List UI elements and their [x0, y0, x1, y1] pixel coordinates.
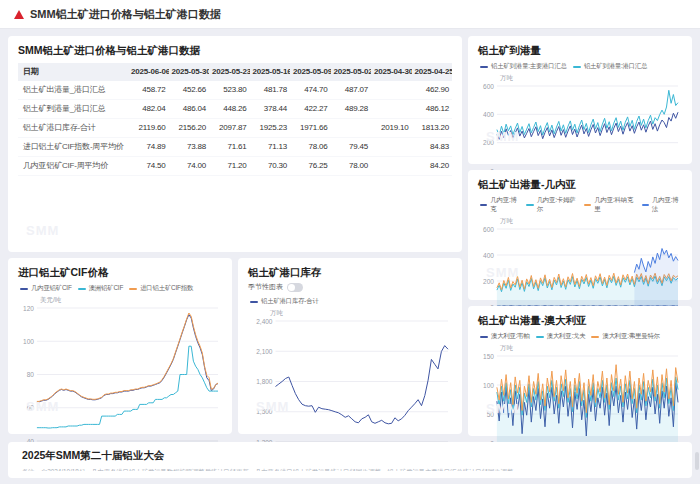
chart-title: 进口铝土矿CIF价格	[18, 266, 222, 279]
legend-item[interactable]: 铝土矿到港量:港口汇总	[573, 62, 647, 71]
legend-item[interactable]: 澳大利亚:弗里曼特尔	[591, 332, 659, 341]
legend-label: 几内亚:博法	[652, 196, 682, 214]
cell-value: 2097.87	[209, 119, 250, 138]
svg-text:100: 100	[483, 382, 494, 389]
legend-swatch	[642, 204, 649, 206]
smm-watermark: SMM	[26, 223, 59, 238]
svg-text:600: 600	[483, 226, 494, 233]
australia-departures-chart-card: 铝土矿出港量-澳大利亚 澳大利亚:韦帕澳大利亚:戈夫澳大利亚:弗里曼特尔 万吨 …	[468, 306, 692, 436]
svg-text:600: 600	[483, 83, 494, 90]
legend-swatch	[480, 336, 488, 338]
cell-value: 78.06	[290, 138, 331, 157]
cell-value: 474.70	[290, 81, 331, 100]
cell-value: 1971.66	[290, 119, 331, 138]
legend-item[interactable]: 铝土矿到港量:主要港口汇总	[480, 62, 567, 71]
arrivals-line-chart: 02004006002022-06-172022-12-302023-07-14…	[478, 83, 682, 160]
svg-text:50: 50	[487, 411, 495, 418]
legend-label: 铝土矿到港量:港口汇总	[584, 62, 647, 71]
table-column-header: 2025-05-16	[250, 63, 291, 81]
table-row: 几内亚铝矿CIF-周平均价74.5074.0071.2070.3076.2578…	[18, 157, 452, 176]
cell-value	[371, 157, 412, 176]
inventory-line-chart: 1,2001,5001,8002,1002,4002024-08-162024-…	[248, 318, 452, 430]
legend-swatch	[250, 301, 258, 303]
legend-item[interactable]: 铝土矿港口库存-合计	[250, 297, 319, 306]
cell-value: 422.27	[290, 100, 331, 119]
cell-value	[331, 119, 372, 138]
svg-text:400: 400	[483, 252, 494, 259]
table-row: 铝土矿出港量_港口汇总458.72452.66523.80481.78474.7…	[18, 81, 452, 100]
chart-title: 铝土矿港口库存	[248, 266, 452, 279]
cell-value: 486.12	[412, 100, 453, 119]
table-row: 铝土矿港口库存-合计2119.602156.202097.871925.2319…	[18, 119, 452, 138]
svg-text:120: 120	[23, 305, 34, 312]
axis-unit-label: 万吨	[500, 344, 682, 353]
legend-item[interactable]: 几内亚铝矿CIF	[20, 284, 72, 293]
table-row: 铝土矿到港量_港口汇总482.04486.04448.26378.44422.2…	[18, 100, 452, 119]
svg-text:200: 200	[483, 278, 494, 285]
legend-item[interactable]: 进口铝土矿CIF指数	[129, 284, 193, 293]
cell-value	[371, 138, 412, 157]
cell-value: 74.89	[128, 138, 169, 157]
legend-swatch	[20, 288, 28, 290]
legend-label: 澳大利亚:弗里曼特尔	[602, 332, 659, 341]
row-label: 进口铝土矿CIF指数-周平均价	[18, 138, 128, 157]
legend-item[interactable]: 几内亚:卡姆萨尔	[526, 196, 578, 214]
svg-text:1,500: 1,500	[256, 408, 273, 415]
legend-label: 几内亚:卡姆萨尔	[537, 196, 578, 214]
legend-item[interactable]: 澳洲铝矿CIF	[78, 284, 123, 293]
cell-value: 452.66	[169, 81, 210, 100]
legend-item[interactable]: 澳大利亚:戈夫	[536, 332, 586, 341]
svg-text:1,800: 1,800	[256, 378, 273, 385]
chart-title: 铝土矿出港量-几内亚	[478, 178, 682, 191]
chart-legend: 铝土矿港口库存-合计	[250, 297, 452, 306]
cell-value: 487.07	[331, 81, 372, 100]
legend-label: 几内亚铝矿CIF	[31, 284, 72, 293]
legend-swatch	[129, 288, 137, 290]
legend-item[interactable]: 几内亚:博法	[642, 196, 682, 214]
table-row: 进口铝土矿CIF指数-周平均价74.8973.8871.6171.1378.06…	[18, 138, 452, 157]
legend-swatch	[78, 288, 86, 290]
legend-label: 铝土矿港口库存-合计	[261, 297, 319, 306]
axis-unit-label: 万吨	[500, 217, 682, 226]
australia-departures-line-chart: 0501001502022-06-172022-12-302023-07-142…	[478, 353, 682, 432]
axis-unit-label: 万吨	[500, 74, 682, 83]
cell-value: 71.61	[209, 138, 250, 157]
cell-value: 74.00	[169, 157, 210, 176]
seasonal-chart-toggle[interactable]	[287, 283, 303, 292]
cell-value: 378.44	[250, 100, 291, 119]
axis-unit-label: 万吨	[270, 309, 452, 318]
svg-text:100: 100	[23, 338, 34, 345]
seasonal-toggle-label: 季节性图表	[248, 282, 283, 292]
cell-value: 2019.10	[371, 119, 412, 138]
table-column-header: 2025-04-30	[371, 63, 412, 81]
price-port-data-table: 日期2025-06-062025-05-302025-05-232025-05-…	[18, 63, 452, 176]
chart-legend: 澳大利亚:韦帕澳大利亚:戈夫澳大利亚:弗里曼特尔	[480, 332, 682, 341]
smm-logo-icon	[14, 10, 24, 19]
cell-value: 73.88	[169, 138, 210, 157]
arrivals-chart-card: 铝土矿到港量 铝土矿到港量:主要港口汇总铝土矿到港量:港口汇总 万吨 02004…	[468, 36, 692, 164]
page-title: SMM铝土矿进口价格与铝土矿港口数据	[30, 7, 221, 22]
cell-value: 448.26	[209, 100, 250, 119]
cif-price-line-chart: 4060801001202022-06-132022-12-202023-07-…	[18, 305, 222, 430]
legend-item[interactable]: 几内亚:科纳克里	[584, 196, 636, 214]
cell-value: 523.80	[209, 81, 250, 100]
cell-value: 458.72	[128, 81, 169, 100]
price-port-data-table-card: SMM铝土矿进口价格与铝土矿港口数据 日期2025-06-062025-05-3…	[8, 36, 462, 252]
svg-text:2,400: 2,400	[256, 318, 273, 325]
legend-label: 澳洲铝矿CIF	[89, 284, 123, 293]
cell-value	[371, 100, 412, 119]
legend-swatch	[573, 66, 581, 68]
cell-value: 2156.20	[169, 119, 210, 138]
cell-value: 486.04	[169, 100, 210, 119]
svg-text:60: 60	[27, 404, 35, 411]
scrollbar-thumb[interactable]	[695, 452, 699, 470]
cell-value: 71.13	[250, 138, 291, 157]
cell-value: 2119.60	[128, 119, 169, 138]
row-label: 几内亚铝矿CIF-周平均价	[18, 157, 128, 176]
table-column-header: 日期	[18, 63, 128, 81]
legend-label: 澳大利亚:韦帕	[491, 332, 530, 341]
legend-item[interactable]: 几内亚:博克	[480, 196, 520, 214]
legend-item[interactable]: 澳大利亚:韦帕	[480, 332, 530, 341]
legend-label: 几内亚:科纳克里	[594, 196, 635, 214]
cell-value: 489.28	[331, 100, 372, 119]
